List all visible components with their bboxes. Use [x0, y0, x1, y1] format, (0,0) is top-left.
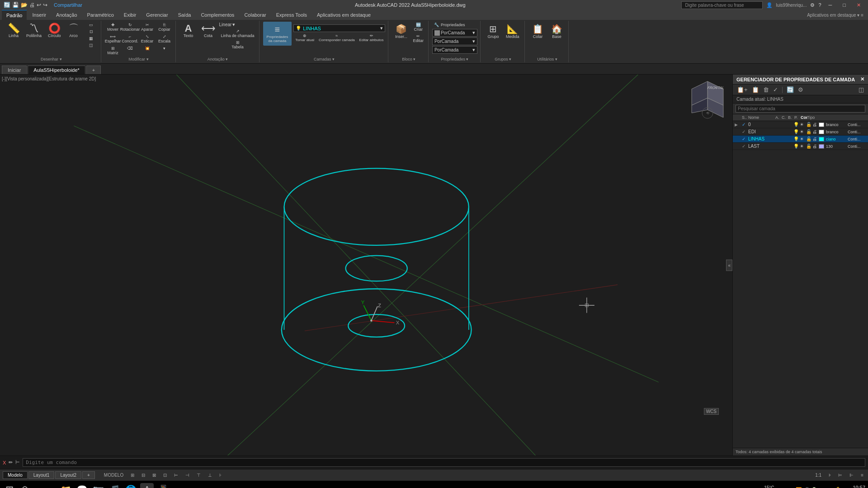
ribbon-tab-gerenciar[interactable]: Gerenciar [142, 10, 172, 20]
table-button[interactable]: ⊞Tabela [219, 39, 256, 50]
rectangle-button[interactable]: ▭ [85, 22, 98, 28]
arc-button[interactable]: ⌒ Arco [65, 22, 83, 40]
quick-access-toolbar[interactable]: 🔄 💾 📂 🖨 ↩ ↪ [4, 2, 47, 8]
minimize-button[interactable]: ─ [825, 2, 836, 8]
layer-on-last[interactable]: 💡 [793, 144, 800, 149]
layer-color-edi[interactable] [819, 130, 824, 134]
explode-button[interactable]: 💥 [139, 45, 156, 52]
layer-color-0[interactable] [819, 122, 824, 127]
search-bar[interactable]: Digite palavra-chave ou frase [681, 1, 763, 9]
more-modify[interactable]: ▾ [156, 45, 173, 52]
annotation-scale[interactable]: 1:1 [813, 472, 823, 478]
lineweight-button[interactable]: ⊤ [195, 472, 203, 478]
tab-new[interactable]: + [86, 66, 101, 74]
tab-new-layout[interactable]: + [82, 471, 95, 479]
layer-row-edi[interactable]: ✓ EDI 💡 ☀ 🔓 🖨 branco Conti... [733, 128, 868, 136]
drawing-canvas[interactable]: Y Z X [0, 75, 732, 455]
spotify-button[interactable]: 🎵 [108, 483, 121, 488]
layer-freeze-last[interactable]: ☀ [800, 144, 806, 149]
tab-current[interactable]: AulaS5Hiperboloide* [28, 66, 85, 74]
new-vp-layer-button[interactable]: 📋 [750, 86, 760, 94]
trim-button[interactable]: ✂Aparar [139, 22, 156, 33]
tab-layout2[interactable]: Layout2 [55, 471, 81, 479]
lineweight-dropdown[interactable]: PorCamada [434, 47, 472, 52]
make-current-button[interactable]: ⊕Tomar atual [293, 33, 316, 43]
ribbon-tab-exibir[interactable]: Exibir [119, 10, 141, 20]
layer-freeze-0[interactable]: ☀ [800, 122, 806, 127]
leader-button[interactable]: ↗Linha de chamada [219, 28, 256, 39]
annotation-style-dropdown[interactable]: ▾ [232, 22, 235, 28]
grid-button[interactable]: ⊞ [129, 472, 136, 478]
layer-color-linhas[interactable] [819, 137, 824, 141]
maximize-button[interactable]: □ [839, 2, 849, 8]
clipboard-button[interactable]: 📋 Colar [528, 22, 547, 41]
move-button[interactable]: ✚Mover [105, 22, 121, 33]
filter-panel-button[interactable]: ◫ [857, 86, 865, 94]
polyline-button[interactable]: 〽 Polilinha [24, 22, 44, 40]
selection-button[interactable]: ⊦ [217, 472, 223, 478]
workspace-button[interactable]: ⊨ [836, 472, 844, 478]
model-indicator[interactable]: MODELO [102, 472, 125, 478]
ribbon-tab-express-tools[interactable]: Express Tools [272, 10, 311, 20]
phone-link-button[interactable]: 📱 [156, 483, 170, 488]
canvas-area[interactable]: [-][Vista personalizada][Estrutura de ar… [0, 75, 732, 455]
insert-button[interactable]: 📦 Inser... [392, 22, 410, 41]
new-layer-button[interactable]: 📋+ [736, 86, 749, 94]
hatch-button[interactable]: ⊡ [85, 28, 98, 35]
circle-button[interactable]: ⭕ Círculo [45, 22, 64, 40]
fillet-button[interactable]: ⌐Concord. [122, 33, 138, 44]
polar-button[interactable]: ⊡ [161, 472, 169, 478]
command-x-button[interactable]: X [3, 460, 6, 465]
region-button[interactable]: ◫ [85, 42, 98, 48]
tab-layout1[interactable]: Layout1 [28, 471, 55, 479]
ribbon-tab-complementos[interactable]: Complementos [196, 10, 239, 20]
share-button[interactable]: Compartilhar [54, 2, 82, 8]
start-button[interactable]: ⊞ [3, 483, 16, 488]
ribbon-tab-anotação[interactable]: Anotação [52, 10, 81, 20]
linetype-dropdown[interactable]: PorCamada [434, 39, 472, 44]
group-button[interactable]: ⊞ Grupo [484, 22, 502, 41]
layer-row-last[interactable]: ✓ LAST 💡 ☀ 🔓 🖨 130 Conti... [733, 143, 868, 150]
layer-row-linhas[interactable]: ✓ LINHAS 💡 ☀ 🔓 🖨 ciano Conti... [733, 136, 868, 143]
search-layer-input[interactable] [736, 105, 865, 113]
ribbon-tab-saída[interactable]: Saída [174, 10, 196, 20]
osnap-button[interactable]: ⊢ [172, 472, 180, 478]
tab-modelo[interactable]: Modelo [3, 471, 28, 479]
current-layer-display[interactable]: LINHAS [303, 26, 380, 31]
explorer-button[interactable]: 📁 [59, 483, 72, 488]
browser-button[interactable]: 🌐 [124, 483, 137, 488]
help-icon[interactable]: ? [818, 2, 821, 8]
dimension-button[interactable]: ⟷ Cota [198, 22, 218, 40]
line-button[interactable]: 📏 Linha [5, 22, 23, 40]
mail-button[interactable]: 📷 [91, 483, 105, 488]
close-button[interactable]: ✕ [853, 2, 864, 8]
layer-freeze-linhas[interactable]: ☀ [800, 136, 806, 141]
command-input[interactable] [23, 458, 865, 467]
clock[interactable]: 10:57 23/03/2023 [845, 485, 865, 488]
color-dropdown[interactable]: PorCamada [441, 30, 472, 35]
layer-on-edi[interactable]: 💡 [793, 129, 800, 134]
layer-lock-last[interactable]: 🔓 [806, 144, 812, 149]
layer-print-last[interactable]: 🖨 [812, 144, 819, 149]
mirror-button[interactable]: ⟺Espelhar [105, 33, 121, 44]
create-block-button[interactable]: 🆕Criar [411, 22, 425, 33]
match-layer-button[interactable]: ≈Corresponder camada [317, 33, 357, 43]
array-button[interactable]: ⊞Matriz [105, 45, 121, 56]
settings-icon[interactable]: ⚙ [810, 2, 815, 8]
layer-lock-0[interactable]: 🔓 [806, 122, 812, 127]
collapse-panel-button[interactable]: « [726, 259, 732, 271]
layer-on-linhas[interactable]: 💡 [793, 136, 800, 141]
gradient-button[interactable]: ▦ [85, 35, 98, 42]
tab-iniciar[interactable]: Iniciar [2, 66, 27, 74]
stretch-button[interactable]: ⤡Esticar [139, 33, 156, 44]
chat-button[interactable]: 💬 [75, 483, 89, 488]
text-button[interactable]: A Texto [179, 22, 198, 40]
layer-print-linhas[interactable]: 🖨 [812, 136, 819, 141]
layer-row-0[interactable]: ▶ ✓ 0 💡 ☀ 🔓 🖨 branco Conti... [733, 121, 868, 128]
ribbon-tab-inserir[interactable]: Inserir [28, 10, 51, 20]
autocad-taskbar-button[interactable]: A [140, 483, 154, 488]
panel-close-icon[interactable]: ✕ [860, 76, 864, 82]
snap-button[interactable]: ⊟ [140, 472, 147, 478]
edit-attributes-button[interactable]: ✏Editar atributos [358, 33, 386, 43]
ribbon-extra[interactable]: Aplicativos em destaque ▾ ≡ [804, 13, 866, 18]
